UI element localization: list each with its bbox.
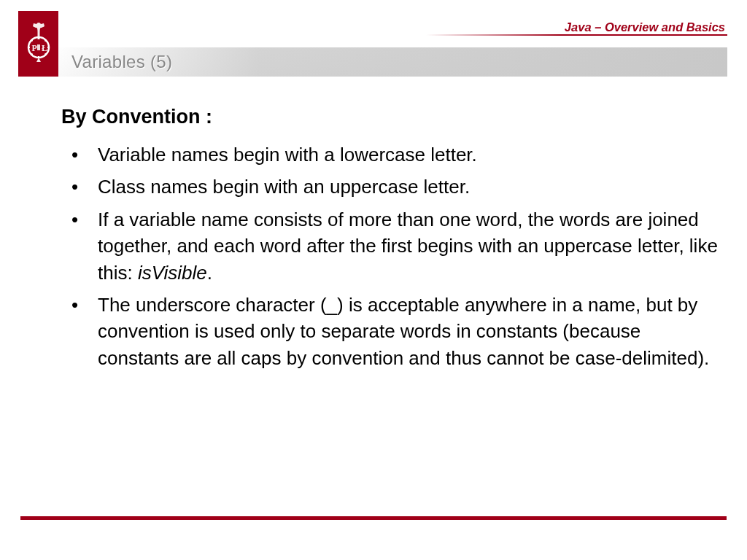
list-item: Class names begin with an uppercase lett… <box>67 174 727 200</box>
header-divider <box>58 34 727 36</box>
svg-text:P: P <box>31 43 36 53</box>
list-item: If a variable name consists of more than… <box>67 206 727 286</box>
header-area: P Ł Java – Overview and Basics Variables… <box>0 0 747 80</box>
bullet-text: Class names begin with an uppercase lett… <box>98 176 470 198</box>
list-item: Variable names begin with a lowercase le… <box>67 141 727 168</box>
slide-title: Variables (5) <box>71 52 172 72</box>
bullet-text-italic: isVisible <box>138 262 207 284</box>
bullet-text-post: . <box>207 262 212 284</box>
list-item: The underscore character (_) is acceptab… <box>67 292 727 371</box>
title-bar: Variables (5) <box>58 47 727 77</box>
svg-text:Ł: Ł <box>42 43 47 53</box>
logo-crest-icon: P Ł <box>23 18 55 69</box>
bullet-text: The underscore character (_) is acceptab… <box>98 294 709 369</box>
bullet-list: Variable names begin with a lowercase le… <box>61 141 727 371</box>
slide-content: By Convention : Variable names begin wit… <box>61 106 727 377</box>
university-logo: P Ł <box>18 11 58 77</box>
footer-divider <box>20 516 727 520</box>
bullet-text: Variable names begin with a lowercase le… <box>98 144 477 166</box>
content-heading: By Convention : <box>61 106 727 128</box>
course-title: Java – Overview and Basics <box>565 20 725 34</box>
